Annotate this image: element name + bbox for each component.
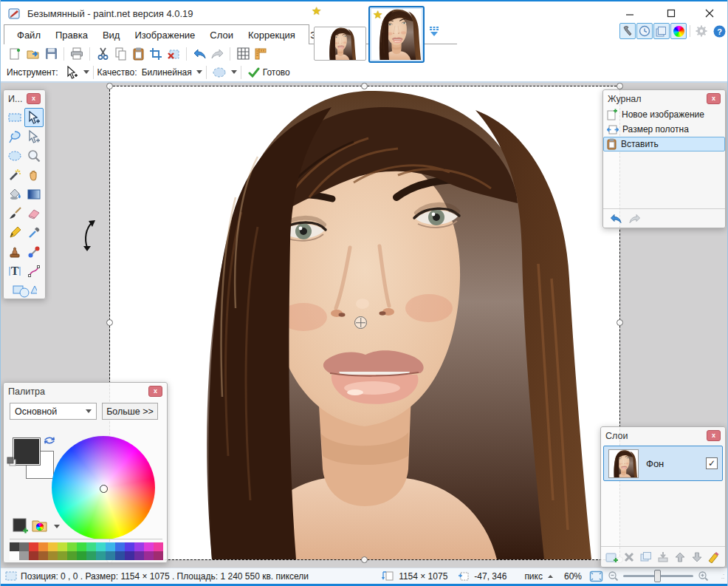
units-selector[interactable]: пикс	[524, 571, 543, 582]
layers-window-toggle[interactable]	[653, 23, 670, 39]
selection-handle-nw[interactable]	[106, 83, 113, 89]
swatch[interactable]	[106, 542, 115, 551]
menu-edit[interactable]: Правка	[49, 27, 95, 44]
tool-recolor[interactable]	[24, 242, 44, 262]
swatch[interactable]	[29, 551, 38, 560]
deselect-icon[interactable]	[165, 46, 182, 62]
swatch[interactable]	[115, 542, 125, 551]
tool-color-picker[interactable]	[24, 223, 44, 242]
palette-dropdown-caret[interactable]	[54, 525, 60, 528]
move-layer-down-icon[interactable]	[690, 549, 704, 565]
tool-shapes[interactable]	[5, 281, 44, 300]
add-layer-icon[interactable]	[605, 549, 619, 565]
history-redo-icon[interactable]	[628, 214, 642, 224]
grid-icon[interactable]	[234, 46, 252, 62]
swatch[interactable]	[77, 542, 86, 551]
swatch[interactable]	[38, 542, 48, 551]
swatch[interactable]	[134, 542, 144, 551]
cut-icon[interactable]	[94, 46, 111, 62]
tool-eraser[interactable]	[24, 204, 44, 223]
tool-magic-wand[interactable]	[5, 166, 24, 185]
swatch[interactable]	[10, 551, 19, 560]
swatch[interactable]	[10, 542, 19, 551]
crop-icon[interactable]	[147, 46, 165, 62]
move-layer-up-icon[interactable]	[673, 549, 687, 565]
history-window-toggle[interactable]	[636, 23, 653, 39]
swatch[interactable]	[67, 542, 77, 551]
tool-ellipse-select[interactable]	[5, 146, 24, 166]
menu-file[interactable]: Файл	[10, 27, 47, 44]
units-caret-icon[interactable]	[547, 574, 554, 579]
palette-panel-titlebar[interactable]: Палитра x	[4, 383, 167, 400]
swatch[interactable]	[125, 551, 134, 560]
ruler-icon[interactable]	[252, 46, 269, 62]
menu-layers[interactable]: Слои	[203, 27, 240, 44]
colors-window-toggle[interactable]	[670, 23, 687, 39]
swatch[interactable]	[134, 551, 144, 560]
palette-manager-button[interactable]	[32, 518, 48, 533]
selection-handle-n[interactable]	[361, 83, 368, 89]
duplicate-layer-icon[interactable]	[639, 549, 653, 565]
rotation-center-marker[interactable]	[354, 316, 367, 329]
swatch[interactable]	[125, 542, 134, 551]
finish-label[interactable]: Готово	[263, 67, 290, 78]
swatch[interactable]	[38, 551, 48, 560]
swatch[interactable]	[48, 542, 58, 551]
tools-panel-titlebar[interactable]: И... x	[4, 90, 45, 107]
palette-more-button[interactable]: Больше >>	[102, 403, 158, 420]
layer-properties-icon[interactable]	[707, 549, 721, 565]
swatch[interactable]	[106, 551, 115, 560]
selection-handle-s[interactable]	[361, 556, 368, 563]
tool-line-curve[interactable]	[24, 262, 44, 281]
layers-close-icon[interactable]: x	[707, 430, 721, 441]
mini-color-swatches-icon[interactable]	[7, 457, 17, 467]
maximize-button[interactable]	[656, 3, 686, 24]
tool-pan[interactable]	[24, 166, 44, 185]
history-item-canvas-size[interactable]: Размер полотна	[603, 122, 725, 137]
swatch[interactable]	[115, 551, 125, 560]
layer-visibility-checkbox[interactable]: ✓	[706, 457, 718, 469]
save-icon[interactable]	[42, 46, 60, 62]
minimize-button[interactable]	[615, 3, 645, 24]
paste-icon[interactable]	[129, 46, 147, 62]
swatch[interactable]	[58, 542, 67, 551]
swatch[interactable]	[29, 542, 38, 551]
palette-mode-select[interactable]: Основной	[10, 403, 97, 420]
swatch[interactable]	[86, 551, 96, 560]
tools-close-icon[interactable]: x	[27, 93, 41, 104]
tool-rectangle-select[interactable]	[5, 108, 24, 127]
layers-panel-titlebar[interactable]: Слои x	[601, 427, 725, 444]
tool-dropdown-caret[interactable]	[83, 70, 89, 74]
swatch[interactable]	[19, 542, 29, 551]
tool-gradient[interactable]	[24, 185, 44, 204]
new-file-icon[interactable]	[7, 46, 24, 62]
tool-lasso-select[interactable]	[5, 127, 24, 146]
zoom-slider[interactable]	[623, 575, 693, 577]
image-list-chevron-icon[interactable]	[428, 26, 440, 37]
delete-layer-icon[interactable]	[622, 549, 636, 565]
swatch[interactable]	[67, 551, 77, 560]
selection-handle-e[interactable]	[617, 319, 623, 326]
swap-colors-icon[interactable]	[44, 435, 55, 446]
swatch[interactable]	[96, 542, 106, 551]
help-icon[interactable]: ?	[711, 23, 727, 39]
tool-clone-stamp[interactable]	[5, 242, 24, 262]
swatch[interactable]	[77, 551, 86, 560]
render-dropdown-caret[interactable]	[231, 70, 237, 74]
zoom-to-window-icon[interactable]	[589, 570, 603, 582]
history-item-new-image[interactable]: Новое изображение	[603, 107, 725, 122]
close-button[interactable]	[695, 3, 724, 24]
swatch[interactable]	[144, 542, 154, 551]
redo-icon[interactable]	[208, 46, 226, 62]
tool-move-selection[interactable]	[24, 127, 44, 146]
zoom-in-icon[interactable]	[698, 570, 709, 582]
tools-window-toggle[interactable]	[619, 23, 636, 39]
history-panel-titlebar[interactable]: Журнал x	[603, 90, 725, 107]
merge-down-icon[interactable]	[656, 549, 670, 565]
resize-grip[interactable]: ∙∙∙	[718, 573, 724, 579]
swatch[interactable]	[48, 551, 58, 560]
swatch[interactable]	[96, 551, 106, 560]
finish-check-icon[interactable]	[245, 64, 263, 81]
zoom-out-icon[interactable]	[608, 570, 619, 582]
copy-icon[interactable]	[111, 46, 129, 62]
